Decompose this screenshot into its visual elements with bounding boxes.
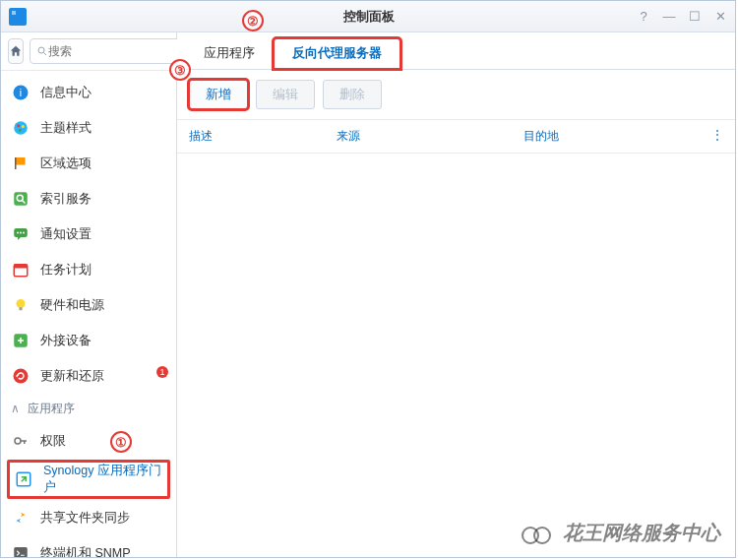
flag-icon [11,154,31,173]
sidebar-item-label: 任务计划 [40,262,92,279]
sidebar-item-notify[interactable]: 通知设置 [1,217,176,252]
chevron-up-icon: ∧ [11,402,20,415]
svg-line-1 [44,53,47,56]
sidebar-item-sync[interactable]: 共享文件夹同步 [1,500,176,535]
search-service-icon [11,189,31,209]
palette-icon [11,118,31,138]
table-header: 描述 来源 目的地 ⋮ [177,119,735,154]
svg-point-4 [14,121,28,135]
sidebar-item-theme[interactable]: 主题样式 [1,110,176,146]
sidebar-item-task[interactable]: 任务计划 [1,252,176,287]
main-panel: 应用程序 反向代理服务器 新增 编辑 删除 描述 来源 目的地 ⋮ [177,32,735,557]
home-button[interactable] [8,38,24,64]
table-body [177,154,735,557]
usb-icon [11,331,31,350]
svg-point-25 [15,438,21,444]
sidebar-item-power[interactable]: 硬件和电源 [1,287,176,323]
help-button[interactable]: ? [637,9,650,24]
badge-icon: 1 [156,366,168,378]
key-icon [11,431,31,451]
search-icon [36,45,48,57]
chat-icon [11,224,31,244]
svg-point-20 [17,299,26,308]
app-icon [9,8,27,26]
svg-point-16 [20,232,22,234]
svg-text:i: i [20,87,22,98]
sidebar-item-external[interactable]: 外接设备 [1,323,176,358]
svg-rect-19 [14,265,28,269]
col-source[interactable]: 来源 [337,128,523,145]
svg-rect-8 [15,157,26,165]
sidebar-item-label: 区域选项 [40,156,92,172]
svg-point-7 [19,129,22,132]
terminal-icon [11,543,31,557]
sidebar-item-label: Synology 应用程序门户 [43,463,163,496]
sidebar-item-label: 权限 [40,433,66,450]
col-destination[interactable]: 目的地 [523,128,704,145]
sidebar-item-label: 共享文件夹同步 [40,510,130,527]
sidebar-item-region[interactable]: 区域选项 [1,146,176,181]
delete-button[interactable]: 删除 [323,80,382,109]
toolbar: 新增 编辑 删除 [177,70,735,119]
titlebar: 控制面板 ? — ☐ ✕ [1,1,735,32]
sidebar-item-label: 信息中心 [40,85,92,101]
edit-button[interactable]: 编辑 [256,80,315,109]
bulb-icon [11,295,31,315]
maximize-button[interactable]: ☐ [688,9,702,24]
info-icon: i [11,83,31,102]
svg-point-15 [17,232,19,234]
add-button[interactable]: 新增 [189,80,248,109]
svg-marker-14 [18,236,22,240]
nav-list: i信息中心 主题样式 区域选项 索引服务 通知设置 任务计划 硬件和电源 外接设… [1,71,176,557]
tab-reverse-proxy[interactable]: 反向代理服务器 [274,38,400,69]
minimize-button[interactable]: — [662,9,676,24]
calendar-icon [11,260,31,280]
sidebar-item-info[interactable]: i信息中心 [1,75,176,110]
svg-rect-21 [20,307,23,310]
sidebar-item-label: 索引服务 [40,191,92,208]
sidebar: i信息中心 主题样式 区域选项 索引服务 通知设置 任务计划 硬件和电源 外接设… [1,32,177,557]
sidebar-item-snmp[interactable]: 终端机和 SNMP [1,535,176,557]
svg-point-0 [38,47,44,53]
svg-rect-10 [14,192,28,206]
sidebar-item-label: 更新和还原 [40,368,104,385]
svg-rect-9 [15,157,17,169]
sync-icon [11,508,31,528]
window-title: 控制面板 [343,8,395,26]
sidebar-item-label: 硬件和电源 [40,297,104,314]
sidebar-item-label: 外接设备 [40,333,92,349]
section-label: 应用程序 [28,401,75,417]
column-menu-button[interactable]: ⋮ [704,128,723,145]
close-button[interactable]: ✕ [713,9,727,24]
refresh-icon [11,366,31,386]
sidebar-item-perm[interactable]: 权限 [1,423,176,459]
tab-apps[interactable]: 应用程序 [185,38,274,69]
portal-icon [14,469,33,489]
sidebar-item-portal[interactable]: Synology 应用程序门户 [7,460,170,499]
section-toggle-apps[interactable]: ∧ 应用程序 [1,394,176,423]
col-description[interactable]: 描述 [189,128,337,145]
tab-bar: 应用程序 反向代理服务器 [177,32,735,70]
sidebar-item-label: 主题样式 [40,120,92,137]
svg-point-5 [17,124,20,127]
home-icon [9,44,23,58]
sidebar-item-label: 通知设置 [40,226,92,243]
sidebar-item-label: 终端机和 SNMP [40,545,131,558]
sidebar-item-index[interactable]: 索引服务 [1,181,176,217]
sidebar-item-update[interactable]: 更新和还原1 [1,358,176,394]
svg-point-6 [22,125,25,128]
svg-point-17 [23,232,25,234]
search-input[interactable] [48,44,196,58]
